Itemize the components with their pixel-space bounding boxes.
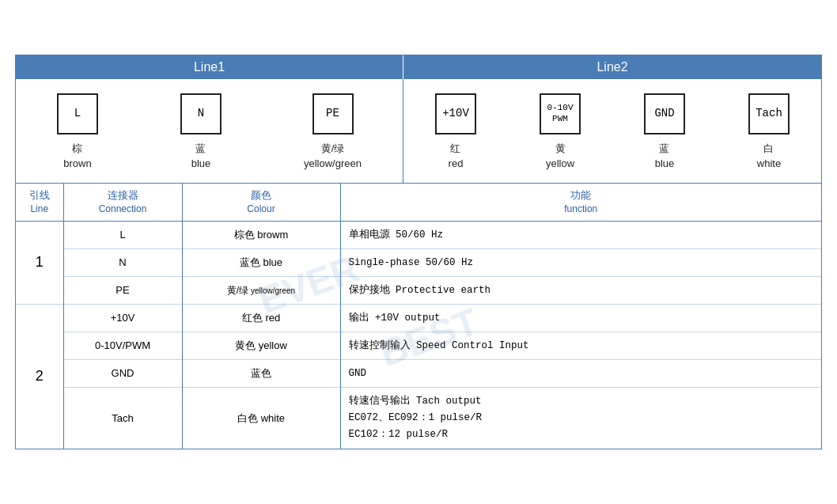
connector-label-PWM: 黄yellow xyxy=(546,141,574,172)
table-row: 2 +10V 红色 red 输出 +10V output xyxy=(16,304,821,332)
colour-red: 红色 red xyxy=(182,304,340,332)
table-row: N 蓝色 blue Single-phase 50/60 Hz xyxy=(16,248,821,276)
header-row: Line1 Line2 xyxy=(16,55,821,79)
connector-GND: GND 蓝blue xyxy=(644,93,685,172)
colour-brown: 棕色 browm xyxy=(182,221,340,248)
th-function: 功能 function xyxy=(340,184,821,221)
table-row: PE 黄/绿 yellow/green 保护接地 Protective eart… xyxy=(16,276,821,304)
connector-label-PE: 黄/绿yellow/green xyxy=(304,141,362,172)
connector-box-PE: PE xyxy=(312,93,354,135)
table-row: 1 L 棕色 browm 单相电源 50/60 Hz xyxy=(16,221,821,248)
connector-label-L: 棕brown xyxy=(63,141,91,172)
connector-box-10V: +10V xyxy=(435,93,476,135)
header-line1: Line1 xyxy=(16,55,403,79)
func-10V: 输出 +10V output xyxy=(340,304,821,332)
table-row: 0-10V/PWM 黄色 yellow 转速控制输入 Speed Control… xyxy=(16,332,821,359)
diagram-line1: L 棕brown N 蓝blue PE 黄/绿yellow/green xyxy=(16,79,403,183)
connector-box-N: N xyxy=(180,93,222,135)
th-line: 引线 Line xyxy=(16,184,63,221)
connector-label-GND: 蓝blue xyxy=(655,141,675,172)
colour-white: 白色 white xyxy=(182,387,340,449)
diagram-line2: +10V 红red 0-10VPWM 黄yellow GND 蓝blue Tac… xyxy=(403,79,821,183)
func-PWM: 转速控制输入 Speed Control Input xyxy=(340,332,821,359)
colour-blue-gnd: 蓝色 xyxy=(182,359,340,387)
colour-yellow: 黄色 yellow xyxy=(182,332,340,359)
func-N: Single-phase 50/60 Hz xyxy=(340,248,821,276)
func-L: 单相电源 50/60 Hz xyxy=(340,221,821,248)
func-PE: 保护接地 Protective earth xyxy=(340,276,821,304)
line-number-2: 2 xyxy=(16,304,63,449)
connector-PWM: 0-10VPWM 黄yellow xyxy=(540,93,581,172)
table-section: EVER BEST 引线 Line 连接器 Connection 颜色 Colo… xyxy=(16,184,821,449)
table-row: GND 蓝色 GND xyxy=(16,359,821,387)
connector-10V: +10V 红red xyxy=(435,93,476,172)
conn-PE: PE xyxy=(63,276,182,304)
conn-PWM: 0-10V/PWM xyxy=(63,332,182,359)
conn-N: N xyxy=(63,248,182,276)
diagram-row: L 棕brown N 蓝blue PE 黄/绿yellow/green +10V… xyxy=(16,79,821,184)
connector-box-GND: GND xyxy=(644,93,685,135)
th-colour: 颜色 Colour xyxy=(182,184,340,221)
main-container: Line1 Line2 L 棕brown N 蓝blue PE 黄/绿yello… xyxy=(15,55,822,450)
connector-N: N 蓝blue xyxy=(180,93,222,172)
func-GND: GND xyxy=(340,359,821,387)
connector-PE: PE 黄/绿yellow/green xyxy=(304,93,362,172)
connector-label-Tach: 白white xyxy=(757,141,781,172)
connector-L: L 棕brown xyxy=(57,93,98,172)
conn-L: L xyxy=(63,221,182,248)
colour-yellow-green: 黄/绿 yellow/green xyxy=(182,276,340,304)
conn-GND: GND xyxy=(63,359,182,387)
connector-label-10V: 红red xyxy=(449,141,464,172)
table-row: Tach 白色 white 转速信号输出 Tach outputEC072、EC… xyxy=(16,387,821,449)
connector-box-Tach: Tach xyxy=(748,93,790,135)
connector-box-L: L xyxy=(57,93,98,135)
conn-10V: +10V xyxy=(63,304,182,332)
line-number-1: 1 xyxy=(16,221,63,304)
func-Tach: 转速信号输出 Tach outputEC072、EC092：1 pulse/RE… xyxy=(340,387,821,449)
table-header-row: 引线 Line 连接器 Connection 颜色 Colour 功能 func… xyxy=(16,184,821,221)
connector-box-PWM: 0-10VPWM xyxy=(540,93,581,135)
connector-label-N: 蓝blue xyxy=(191,141,211,172)
th-connection: 连接器 Connection xyxy=(63,184,182,221)
colour-blue: 蓝色 blue xyxy=(182,248,340,276)
connector-Tach: Tach 白white xyxy=(748,93,790,172)
wiring-table: 引线 Line 连接器 Connection 颜色 Colour 功能 func… xyxy=(16,184,821,449)
header-line2: Line2 xyxy=(403,55,821,79)
conn-Tach: Tach xyxy=(63,387,182,449)
